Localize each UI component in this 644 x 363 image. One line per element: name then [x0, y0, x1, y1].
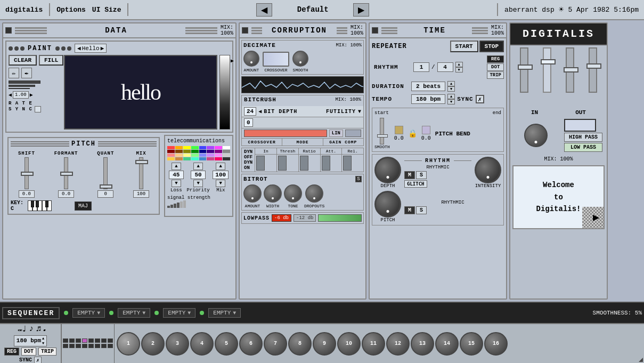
dvn-rel-slider[interactable] [343, 156, 352, 171]
lock-icon[interactable]: 🔒 [408, 129, 417, 138]
fader-thumb-4[interactable] [586, 63, 601, 69]
keyboard-mini[interactable] [28, 200, 70, 211]
crossover-knob-dec[interactable] [263, 52, 289, 67]
color-cell[interactable] [175, 154, 183, 157]
br-dropouts-knob[interactable] [305, 184, 323, 203]
color-cell[interactable] [183, 157, 191, 160]
quant-track[interactable] [103, 157, 108, 189]
trip-button[interactable]: TRIP [487, 71, 504, 79]
intensity-knob[interactable] [475, 157, 501, 183]
color-cell[interactable] [191, 154, 199, 157]
smooth-thumb[interactable] [377, 134, 388, 138]
color-cell[interactable] [183, 150, 191, 153]
duration-up[interactable]: ▲ [447, 81, 455, 86]
color-cell[interactable] [223, 150, 230, 153]
mix-down-telecom[interactable]: ▼ [216, 180, 225, 187]
options-menu[interactable]: Options [56, 6, 86, 14]
step-1[interactable]: 1 [117, 332, 140, 356]
smooth-slider[interactable] [380, 118, 384, 144]
smooth-knob-dec[interactable] [292, 51, 308, 67]
br-width-knob[interactable] [264, 184, 282, 203]
color-cell[interactable] [167, 154, 175, 157]
glitch-button[interactable]: GLITCH [404, 180, 427, 188]
dvn-thresh-slider[interactable] [278, 156, 287, 171]
reg-button[interactable]: REG [487, 55, 504, 63]
color-cell[interactable] [215, 150, 222, 153]
fader-track-4[interactable] [589, 47, 597, 93]
color-cell[interactable] [223, 157, 230, 160]
step-9[interactable]: 9 [313, 332, 336, 356]
mix-up-telecom[interactable]: ▲ [216, 163, 225, 170]
step-4[interactable]: 4 [190, 332, 214, 356]
tempo-stepper[interactable]: ▲ ▼ [447, 94, 455, 104]
br-tone-knob[interactable] [284, 184, 302, 203]
dot-btn-bottom[interactable]: DOT [21, 348, 36, 356]
tempo-up-bottom[interactable]: ▲ [42, 336, 44, 341]
amount-knob[interactable] [243, 51, 259, 67]
tempo-stepper-bottom[interactable]: ▲ ▼ [42, 336, 44, 345]
step-5[interactable]: 5 [215, 332, 238, 356]
color-cell[interactable] [199, 150, 207, 153]
dvn-ratio-slider[interactable] [300, 156, 308, 171]
mix-thumb[interactable] [135, 160, 148, 164]
step-10[interactable]: 10 [337, 332, 361, 356]
color-cell[interactable] [215, 146, 222, 149]
formant-track[interactable] [64, 157, 68, 189]
bit-arrow-left[interactable]: ◀ [258, 108, 262, 115]
fader-track-3[interactable] [566, 47, 574, 93]
tempo-down-bottom[interactable]: ▼ [42, 341, 44, 345]
trip-btn-bottom[interactable]: TRIP [38, 348, 56, 356]
paint-nav-right[interactable]: ▶ [101, 45, 104, 52]
arrow-left-small[interactable]: ◀ [9, 92, 12, 98]
pitch-knob-time[interactable] [374, 191, 401, 217]
s-button2[interactable]: S [416, 206, 427, 214]
paint-nav[interactable]: ◀ Hello ▶ [75, 44, 107, 53]
step-2[interactable]: 2 [141, 332, 165, 356]
paint-nav-left[interactable]: ◀ [77, 45, 81, 52]
start-button[interactable]: START [450, 41, 478, 52]
step-6[interactable]: 6 [239, 332, 263, 356]
time-led[interactable] [372, 27, 378, 34]
color-cell[interactable] [207, 157, 214, 160]
rhythm-stepper[interactable]: ▲ ▼ [455, 62, 463, 72]
color-cell[interactable] [223, 146, 230, 149]
data-led[interactable] [5, 27, 12, 34]
step-7[interactable]: 7 [264, 332, 287, 356]
bitrot-ms-btn[interactable]: S [355, 176, 362, 182]
fill-button[interactable]: FILL [39, 55, 63, 66]
color-cell[interactable] [215, 157, 222, 160]
color-cell[interactable] [191, 146, 199, 149]
duration-stepper[interactable]: ▲ ▼ [447, 81, 455, 92]
color-cell[interactable] [175, 150, 183, 153]
rhythm-up[interactable]: ▲ [455, 62, 463, 67]
s-button1[interactable]: S [416, 171, 427, 179]
preset-next-button[interactable]: ▶ [353, 3, 369, 17]
sync-checkbox[interactable]: ✗ [476, 95, 484, 103]
key-cs[interactable] [31, 200, 34, 207]
fader-thumb-3[interactable] [564, 67, 578, 72]
high-pass-button[interactable]: HIGH PASS [564, 133, 602, 142]
main-knob[interactable] [524, 124, 548, 147]
futility-arrow[interactable]: ▼ [358, 109, 361, 115]
quant-thumb[interactable] [100, 184, 112, 189]
color-cell[interactable] [167, 150, 175, 153]
color-cell[interactable] [183, 146, 191, 149]
lowpass-12db-button[interactable]: -12 db [294, 214, 316, 222]
tempo-up[interactable]: ▲ [447, 94, 455, 99]
reg-btn-bottom[interactable]: REG [4, 348, 19, 356]
color-cell[interactable] [167, 157, 175, 160]
br-amount-knob[interactable] [243, 184, 262, 203]
m-button1[interactable]: M [404, 171, 415, 179]
step-8[interactable]: 8 [288, 332, 312, 356]
seq-dropdown-2[interactable]: EMPTY ▼ [118, 308, 150, 318]
sync-checkbox-paint[interactable] [35, 106, 41, 112]
priority-down[interactable]: ▼ [193, 180, 203, 187]
color-cell[interactable] [215, 154, 222, 157]
key-fs[interactable] [45, 200, 48, 207]
fader-track-1[interactable] [520, 47, 528, 93]
priority-up[interactable]: ▲ [193, 163, 203, 170]
color-cell[interactable] [207, 150, 214, 153]
low-pass-button[interactable]: LOW PASS [564, 143, 602, 152]
eraser-tool[interactable]: ✒ [21, 68, 32, 78]
step-12[interactable]: 12 [386, 332, 410, 356]
